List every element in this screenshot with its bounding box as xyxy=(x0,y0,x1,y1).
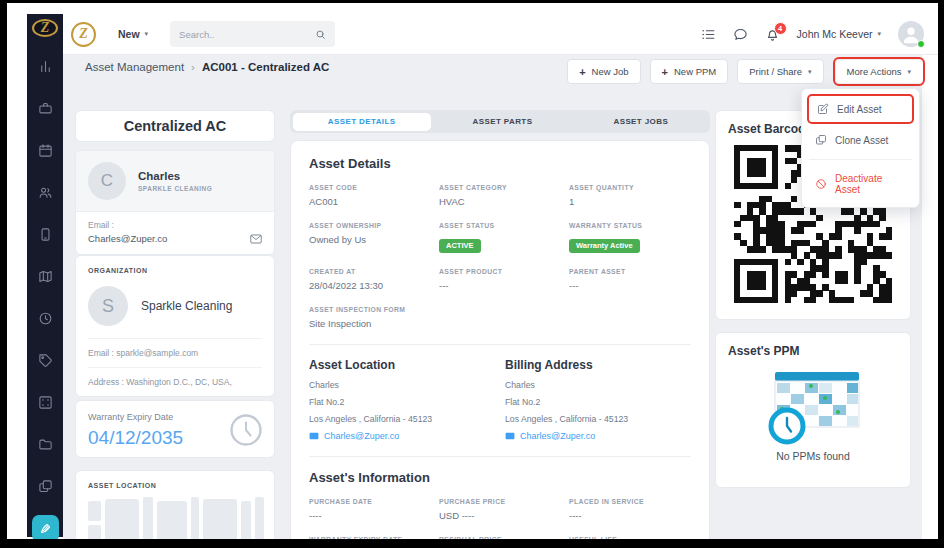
tag-icon xyxy=(38,353,53,368)
field: ASSET QUANTITY1 xyxy=(569,184,691,207)
field: PURCHASE PRICEUSD ---- xyxy=(439,498,561,521)
field: ASSET CODEAC001 xyxy=(309,184,431,207)
addresses: Asset Location Charles Flat No.2 Los Ang… xyxy=(309,358,691,441)
zuper-logo[interactable]: Z xyxy=(71,22,96,47)
field: WARRANTY STATUSWarranty Active xyxy=(569,222,691,253)
sidebar-item-timesheet[interactable] xyxy=(32,305,59,332)
contact-email-row: Email : Charles@Zuper.co xyxy=(76,212,274,254)
asset-ppm-title: Asset's PPM xyxy=(728,344,898,358)
avatar[interactable] xyxy=(898,21,924,47)
asset-location-section: Asset Location Charles Flat No.2 Los Ang… xyxy=(309,358,495,441)
list-icon xyxy=(701,27,716,42)
notification-badge: 4 xyxy=(774,22,787,35)
search-box[interactable] xyxy=(170,21,335,47)
calendar-icon xyxy=(38,143,53,158)
more-actions-menu: Edit Asset Clone Asset Deactivate Asset xyxy=(801,88,920,208)
billing-address-email-link[interactable]: Charles@Zuper.co xyxy=(505,431,691,441)
clock-icon xyxy=(38,311,53,326)
sidebar-item-files[interactable] xyxy=(32,431,59,458)
organization-card: ORGANIZATION S Sparkle Cleaning Email : … xyxy=(75,255,275,397)
menu-item-deactivate-asset[interactable]: Deactivate Asset xyxy=(807,166,914,202)
asset-details-grid: ASSET CODEAC001 ASSET CATEGORYHVAC ASSET… xyxy=(309,184,691,329)
asset-information-title: Asset's Information xyxy=(309,470,691,485)
search-icon xyxy=(315,29,326,40)
tab-asset-details[interactable]: ASSET DETAILS xyxy=(293,113,431,131)
asset-ppm-card: Asset's PPM No PPMs found xyxy=(715,332,911,488)
envelope-icon[interactable] xyxy=(250,234,262,244)
sidebar-item-schedule[interactable] xyxy=(32,137,59,164)
notifications-button[interactable]: 4 xyxy=(765,27,780,42)
sidebar-item-jobs[interactable] xyxy=(32,95,59,122)
tablet-icon xyxy=(38,227,53,242)
organization-avatar: S xyxy=(88,286,128,326)
plus-icon: + xyxy=(662,68,668,76)
billing-address-section: Billing Address Charles Flat No.2 Los An… xyxy=(505,358,691,441)
sidebar-item-documents[interactable] xyxy=(32,473,59,500)
app-window: Z Z New▾ xyxy=(0,0,944,548)
field: PLACED IN SERVICE---- xyxy=(569,498,691,521)
list-view-button[interactable] xyxy=(701,27,716,42)
fan-icon xyxy=(38,521,53,536)
users-icon xyxy=(38,185,53,200)
new-ppm-button[interactable]: +New PPM xyxy=(650,59,729,84)
sidebar-nav xyxy=(32,53,59,548)
asset-location-label: ASSET LOCATION xyxy=(88,482,262,489)
sidebar-item-devices[interactable] xyxy=(32,221,59,248)
clock-icon xyxy=(229,413,263,447)
breadcrumb: Asset Management › AC001 - Centralized A… xyxy=(85,61,329,73)
organization-name[interactable]: Sparkle Cleaning xyxy=(141,299,232,313)
new-button[interactable]: New▾ xyxy=(118,28,148,40)
zuper-z-glyph: Z xyxy=(79,27,88,41)
highlight-edit-asset: Edit Asset xyxy=(807,94,914,124)
user-menu[interactable]: John Mc Keever▾ xyxy=(797,28,881,40)
asset-name: Centralized AC xyxy=(124,118,227,134)
more-actions-button[interactable]: More Actions▾ xyxy=(836,60,922,83)
contact-avatar: C xyxy=(88,162,126,200)
sidebar-item-map[interactable] xyxy=(32,263,59,290)
online-status-dot xyxy=(917,40,925,48)
contact-company: SPARKLE CLEANING xyxy=(138,185,212,192)
asset-tabs: ASSET DETAILS ASSET PARTS ASSET JOBS xyxy=(290,110,710,133)
zuper-z-glyph: Z xyxy=(41,21,50,35)
tab-asset-jobs[interactable]: ASSET JOBS xyxy=(572,110,710,133)
organization-address: Address : Washington D.C., DC, USA, xyxy=(88,367,262,396)
clone-asset-label: Clone Asset xyxy=(835,135,888,146)
warranty-badge: Warranty Active xyxy=(569,239,640,253)
deactivate-icon xyxy=(815,178,827,190)
new-button-label: New xyxy=(118,28,140,40)
sidebar-item-assets[interactable] xyxy=(32,515,59,542)
briefcase-icon xyxy=(38,101,53,116)
status-badge: ACTIVE xyxy=(439,239,481,253)
section-divider xyxy=(309,456,691,457)
menu-item-edit-asset[interactable]: Edit Asset xyxy=(809,96,912,122)
chat-button[interactable] xyxy=(733,27,748,42)
bar-chart-icon xyxy=(38,59,53,74)
new-job-label: New Job xyxy=(592,66,629,77)
sidebar-item-tags[interactable] xyxy=(32,347,59,374)
asset-details-card: Asset Details ASSET CODEAC001 ASSET CATE… xyxy=(290,140,710,548)
map-icon xyxy=(38,269,53,284)
clone-icon xyxy=(815,134,827,146)
menu-item-clone-asset[interactable]: Clone Asset xyxy=(807,127,914,153)
search-input[interactable] xyxy=(179,29,315,40)
new-job-button[interactable]: +New Job xyxy=(567,59,640,84)
sidebar-item-customers[interactable] xyxy=(32,179,59,206)
chevron-down-icon: ▾ xyxy=(907,68,911,76)
chevron-down-icon: ▾ xyxy=(145,30,149,38)
frame-border xyxy=(0,0,944,3)
breadcrumb-section[interactable]: Asset Management xyxy=(85,61,184,73)
asset-location-email-link[interactable]: Charles@Zuper.co xyxy=(309,431,495,441)
sidebar-item-modules[interactable] xyxy=(32,389,59,416)
contact-email[interactable]: Charles@Zuper.co xyxy=(88,233,167,244)
sidebar-item-dashboard[interactable] xyxy=(32,53,59,80)
tab-asset-parts[interactable]: ASSET PARTS xyxy=(433,110,571,133)
folder-icon xyxy=(38,437,53,452)
more-actions-label: More Actions xyxy=(847,66,902,77)
menu-divider xyxy=(809,159,912,160)
print-share-button[interactable]: Print / Share▾ xyxy=(737,59,823,84)
zuper-logo-sidebar[interactable]: Z xyxy=(32,19,58,37)
field: ASSET INSPECTION FORMSite Inspection xyxy=(309,306,431,329)
field: ASSET PRODUCT--- xyxy=(439,268,561,291)
field: ASSET OWNERSHIPOwned by Us xyxy=(309,222,431,253)
field: ASSET CATEGORYHVAC xyxy=(439,184,561,207)
